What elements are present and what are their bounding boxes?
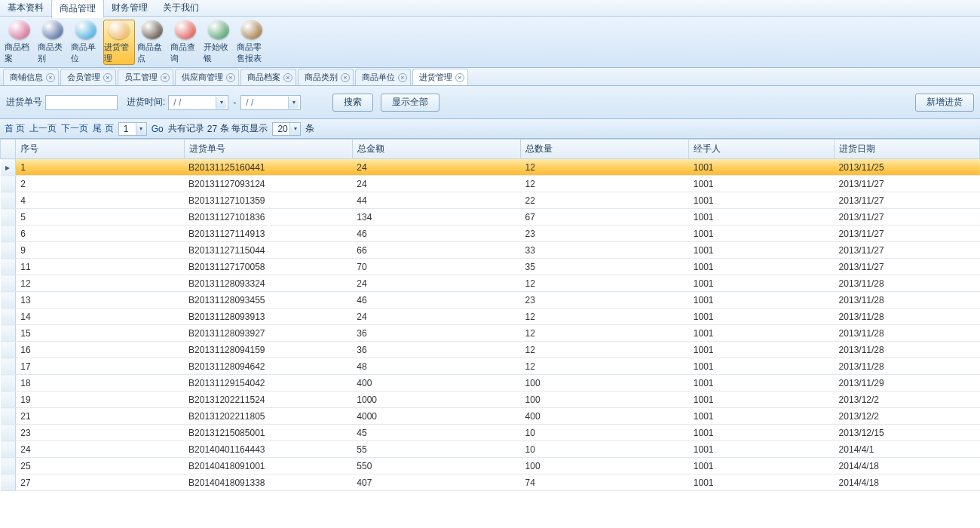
cell-order: B20131127170058 [184, 259, 352, 275]
date-from-input[interactable]: / / ▾ [168, 95, 228, 110]
row-indicator [1, 408, 16, 425]
cell-amount: 400 [352, 375, 520, 391]
close-icon[interactable]: × [103, 73, 112, 82]
cell-qty: 10 [521, 425, 689, 441]
close-icon[interactable]: × [46, 73, 55, 82]
row-indicator-header[interactable] [1, 140, 16, 159]
close-icon[interactable]: × [161, 73, 170, 82]
ribbon-button[interactable]: 商品类别 [37, 20, 69, 65]
cell-date: 2013/11/27 [835, 226, 980, 242]
page-select-value: 1 [124, 124, 129, 134]
table-row[interactable]: 13B20131128093455462310012013/11/28 [1, 292, 980, 309]
pager-next[interactable]: 下一页 [61, 122, 88, 135]
table-row[interactable]: 5B201311271018361346710012013/11/27 [1, 209, 980, 226]
order-number-input[interactable] [45, 95, 118, 110]
ribbon-button[interactable]: 商品档案 [4, 20, 35, 65]
column-header[interactable]: 总金额 [352, 140, 520, 159]
page-select[interactable]: 1 ▾ [118, 122, 147, 136]
date-from-value: / / [173, 97, 181, 108]
chevron-down-icon[interactable]: ▾ [288, 97, 299, 109]
table-row[interactable]: 6B20131127114913462310012013/11/27 [1, 226, 980, 242]
ribbon-button[interactable]: 开始收银 [203, 20, 234, 65]
document-tab[interactable]: 会员管理× [60, 69, 116, 85]
pager-last[interactable]: 尾 页 [93, 122, 113, 135]
cell-seq: 4 [16, 192, 184, 209]
document-tab[interactable]: 商品类别× [298, 69, 354, 85]
table-row[interactable]: 19B20131202211524100010010012013/12/2 [1, 391, 980, 408]
date-to-input[interactable]: / / ▾ [240, 95, 301, 110]
table-row[interactable]: 24B20140401164443551010012014/4/1 [1, 441, 980, 458]
ribbon-button[interactable]: 商品盘点 [136, 20, 168, 65]
tab-label: 进货管理 [419, 72, 452, 83]
table-row[interactable]: 27B201404180913384077410012014/4/18 [1, 474, 980, 491]
column-header[interactable]: 进货日期 [835, 140, 980, 159]
column-header[interactable]: 经手人 [689, 140, 835, 159]
cell-amount: 66 [352, 242, 520, 259]
document-tab[interactable]: 商品单位× [355, 69, 411, 85]
table-row[interactable]: 9B20131127115044663310012013/11/27 [1, 242, 980, 259]
cell-date: 2013/12/2 [835, 391, 980, 408]
table-row[interactable]: 18B2013112915404240010010012013/11/29 [1, 375, 980, 391]
top-menu-item[interactable]: 财务管理 [104, 0, 155, 17]
row-indicator [1, 176, 16, 192]
table-row[interactable]: 15B20131128093927361210012013/11/28 [1, 325, 980, 342]
table-row[interactable]: 17B20131128094642481210012013/11/28 [1, 358, 980, 375]
close-icon[interactable]: × [398, 73, 407, 82]
row-indicator [1, 342, 16, 358]
column-header[interactable]: 总数量 [521, 140, 689, 159]
new-purchase-button[interactable]: 新增进货 [915, 94, 974, 112]
table-row[interactable]: 14B20131128093913241210012013/11/28 [1, 309, 980, 325]
ribbon-button[interactable]: 商品零售报表 [236, 20, 268, 65]
close-icon[interactable]: × [341, 73, 350, 82]
ribbon-button[interactable]: 进货管理 [103, 20, 135, 65]
ribbon-button[interactable]: 商品查询 [170, 20, 201, 65]
order-number-label: 进货单号 [6, 96, 42, 109]
table-row[interactable]: 2B20131127093124241210012013/11/27 [1, 176, 980, 192]
top-menu-item[interactable]: 基本资料 [0, 0, 51, 17]
cell-date: 2013/11/28 [835, 292, 980, 309]
table-row[interactable]: 16B20131128094159361210012013/11/28 [1, 342, 980, 358]
table-row[interactable]: 25B2014041809100155010010012014/4/18 [1, 458, 980, 474]
cell-date: 2013/11/28 [835, 358, 980, 375]
show-all-button[interactable]: 显示全部 [381, 94, 439, 112]
cell-seq: 1 [16, 159, 184, 176]
cell-emp: 1001 [689, 292, 835, 309]
close-icon[interactable]: × [283, 73, 292, 82]
top-menu-item[interactable]: 商品管理 [51, 0, 104, 18]
pager-first[interactable]: 首 页 [5, 122, 25, 135]
table-row[interactable]: 11B20131127170058703510012013/11/27 [1, 259, 980, 275]
cell-amount: 45 [352, 425, 520, 441]
chevron-down-icon[interactable]: ▾ [136, 123, 146, 135]
document-tab[interactable]: 员工管理× [118, 69, 173, 85]
table-row[interactable]: ▸1B20131125160441241210012013/11/25 [1, 159, 980, 176]
search-button[interactable]: 搜索 [332, 94, 373, 112]
column-header[interactable]: 序号 [16, 140, 184, 159]
cell-seq: 12 [16, 275, 184, 292]
document-tab[interactable]: 进货管理× [412, 69, 468, 85]
document-tab[interactable]: 商铺信息× [3, 69, 59, 85]
row-indicator [1, 375, 16, 391]
data-grid[interactable]: 序号进货单号总金额总数量经手人进货日期 ▸1B20131125160441241… [0, 139, 980, 528]
table-row[interactable]: 23B20131215085001451010012013/12/15 [1, 425, 980, 441]
cell-emp: 1001 [689, 275, 835, 292]
top-menu-item[interactable]: 关于我们 [155, 0, 207, 17]
close-icon[interactable]: × [455, 73, 464, 82]
table-row[interactable]: 12B20131128093324241210012013/11/28 [1, 275, 980, 292]
page-size-select[interactable]: 20 ▾ [272, 122, 301, 136]
chevron-down-icon[interactable]: ▾ [289, 123, 300, 135]
row-indicator [1, 458, 16, 474]
close-icon[interactable]: × [226, 73, 235, 82]
document-tab[interactable]: 商品档案× [240, 69, 296, 85]
column-header[interactable]: 进货单号 [184, 140, 352, 159]
cell-emp: 1001 [689, 209, 835, 226]
cell-seq: 15 [16, 325, 184, 342]
ribbon-button[interactable]: 商品单位 [70, 20, 102, 65]
document-tab[interactable]: 供应商管理× [175, 69, 239, 85]
cell-amount: 24 [352, 309, 520, 325]
chevron-down-icon[interactable]: ▾ [216, 97, 226, 109]
cell-order: B20131128093324 [184, 275, 352, 292]
table-row[interactable]: 21B20131202211805400040010012013/12/2 [1, 408, 980, 425]
table-row[interactable]: 4B20131127101359442210012013/11/27 [1, 192, 980, 209]
pager-go[interactable]: Go [152, 124, 164, 134]
pager-prev[interactable]: 上一页 [29, 122, 57, 135]
